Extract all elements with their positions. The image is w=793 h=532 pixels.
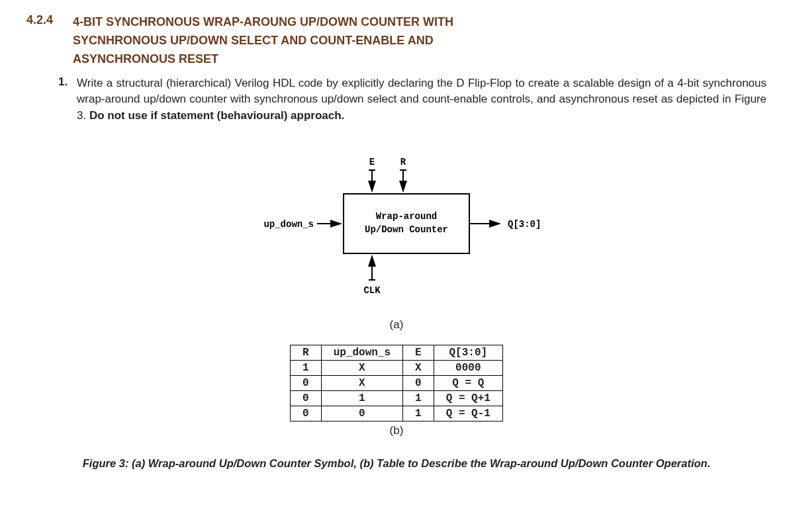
section-number: 4.2.4 (26, 13, 73, 27)
diagram-a: Wrap-around Up/Down Counter E R up_down_… (231, 154, 562, 332)
list-item-number: 1. (58, 75, 77, 124)
cell: 0 (291, 375, 322, 390)
section-header: 4.2.4 4-BIT SYNCHRONOUS WRAP-AROUNG UP/D… (26, 13, 767, 69)
cell: 0 (321, 406, 402, 421)
figure-caption: Figure 3: (a) Wrap-around Up/Down Counte… (26, 456, 767, 472)
box-text-line2: Up/Down Counter (365, 224, 448, 235)
th-e: E (403, 345, 434, 360)
table-header-row: R up_down_s E Q[3:0] (291, 345, 503, 360)
cell: Q = Q+1 (434, 390, 502, 406)
table-row: 0 1 1 Q = Q+1 (291, 390, 503, 406)
list-item-body: Write a structural (hierarchical) Verilo… (77, 75, 767, 124)
label-q: Q[3:0] (508, 219, 541, 230)
cell: X (321, 360, 402, 375)
th-r: R (291, 345, 322, 360)
cell: 0 (403, 375, 434, 390)
cell: 1 (321, 390, 402, 406)
cell: 1 (403, 390, 434, 406)
section-title-line2: SYCNHRONOUS UP/DOWN SELECT AND COUNT-ENA… (73, 34, 434, 47)
diagram-sublabel-a: (a) (231, 318, 562, 332)
cell: X (403, 360, 434, 375)
counter-block-diagram: Wrap-around Up/Down Counter E R up_down_… (231, 154, 562, 313)
cell: 0 (291, 390, 322, 406)
th-up-down-s: up_down_s (321, 345, 402, 360)
cell: 0000 (434, 360, 502, 375)
th-q: Q[3:0] (434, 345, 502, 360)
section-title-line3: ASYNCHRONOUS RESET (73, 52, 218, 66)
cell: 1 (291, 360, 322, 375)
table-row: 0 X 0 Q = Q (291, 375, 503, 390)
cell: 1 (403, 406, 434, 421)
section-title: 4-BIT SYNCHRONOUS WRAP-AROUNG UP/DOWN CO… (73, 13, 453, 69)
table-row: 0 0 1 Q = Q-1 (291, 406, 503, 421)
table-sublabel-b: (b) (26, 424, 767, 437)
table-row: 1 X X 0000 (291, 360, 503, 375)
cell: Q = Q (434, 375, 502, 390)
label-e: E (369, 157, 375, 167)
cell: 0 (291, 406, 322, 421)
label-up-down-s: up_down_s (263, 219, 314, 230)
list-item-bold: Do not use if statement (behavioural) ap… (89, 109, 344, 122)
section-title-line1: 4-BIT SYNCHRONOUS WRAP-AROUNG UP/DOWN CO… (73, 15, 453, 28)
label-r: R (400, 157, 406, 167)
list-item: 1. Write a structural (hierarchical) Ver… (26, 75, 767, 124)
truth-table: R up_down_s E Q[3:0] 1 X X 0000 0 X 0 Q … (290, 345, 503, 421)
svg-rect-0 (344, 194, 469, 253)
cell: X (321, 375, 402, 390)
box-text-line1: Wrap-around (376, 211, 437, 222)
cell: Q = Q-1 (434, 406, 502, 421)
label-clk: CLK (363, 285, 381, 296)
